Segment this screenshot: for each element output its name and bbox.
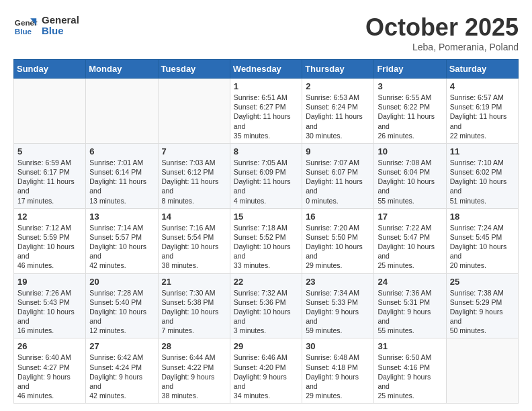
- daylight-hours-label: Daylight: 9 hours and: [306, 372, 370, 391]
- calendar-cell: 18Sunrise: 7:24 AMSunset: 5:45 PMDayligh…: [446, 208, 518, 273]
- header-row: SundayMondayTuesdayWednesdayThursdayFrid…: [14, 60, 519, 79]
- calendar-cell: 29Sunrise: 6:46 AMSunset: 4:20 PMDayligh…: [230, 338, 302, 404]
- daylight-minutes: 20 minutes.: [450, 261, 515, 270]
- day-number: 21: [162, 277, 226, 287]
- day-number: 31: [378, 341, 442, 351]
- calendar-cell: 30Sunrise: 6:48 AMSunset: 4:18 PMDayligh…: [302, 338, 374, 404]
- daylight-hours-label: Daylight: 9 hours and: [162, 372, 226, 391]
- calendar-cell: 3Sunrise: 6:55 AMSunset: 6:22 PMDaylight…: [374, 79, 446, 144]
- day-number: 20: [89, 277, 154, 287]
- col-header-tuesday: Tuesday: [158, 60, 230, 79]
- daylight-minutes: 51 minutes.: [450, 196, 515, 205]
- daylight-hours-label: Daylight: 10 hours and: [450, 242, 515, 261]
- day-number: 11: [450, 146, 515, 156]
- daylight-hours-label: Daylight: 11 hours and: [162, 177, 226, 195]
- daylight-hours-label: Daylight: 10 hours and: [378, 242, 442, 261]
- day-number: 4: [450, 81, 515, 91]
- col-header-saturday: Saturday: [446, 60, 518, 79]
- daylight-minutes: 16 minutes.: [17, 326, 82, 335]
- daylight-minutes: 55 minutes.: [378, 326, 442, 335]
- calendar-cell: 31Sunrise: 6:50 AMSunset: 4:16 PMDayligh…: [374, 338, 446, 404]
- calendar-cell: 8Sunrise: 7:05 AMSunset: 6:09 PMDaylight…: [230, 143, 302, 208]
- daylight-minutes: 0 minutes.: [306, 196, 370, 205]
- day-number: 18: [450, 212, 515, 222]
- day-number: 25: [450, 277, 515, 287]
- day-number: 9: [306, 146, 370, 156]
- day-number: 28: [162, 341, 226, 351]
- daylight-hours-label: Daylight: 10 hours and: [89, 307, 154, 326]
- calendar-week-4: 19Sunrise: 7:26 AMSunset: 5:43 PMDayligh…: [14, 273, 519, 338]
- calendar-cell: 1Sunrise: 6:51 AMSunset: 6:27 PMDaylight…: [230, 79, 302, 144]
- calendar-cell: 15Sunrise: 7:18 AMSunset: 5:52 PMDayligh…: [230, 208, 302, 273]
- calendar-cell: 17Sunrise: 7:22 AMSunset: 5:47 PMDayligh…: [374, 208, 446, 273]
- daylight-hours-label: Daylight: 10 hours and: [234, 242, 298, 261]
- day-number: 17: [378, 212, 442, 222]
- daylight-minutes: 42 minutes.: [89, 261, 154, 270]
- calendar-week-3: 12Sunrise: 7:12 AMSunset: 5:59 PMDayligh…: [14, 208, 519, 273]
- logo-wordmark: General Blue: [42, 15, 79, 37]
- day-number: 13: [89, 212, 154, 222]
- daylight-minutes: 38 minutes.: [162, 261, 226, 270]
- day-number: 14: [162, 212, 226, 222]
- month-title: October 2025: [365, 13, 519, 42]
- calendar-cell: 23Sunrise: 7:34 AMSunset: 5:33 PMDayligh…: [302, 273, 374, 338]
- location: Leba, Pomerania, Poland: [365, 42, 519, 52]
- calendar-cell: 14Sunrise: 7:16 AMSunset: 5:54 PMDayligh…: [158, 208, 230, 273]
- calendar-cell: 6Sunrise: 7:01 AMSunset: 6:14 PMDaylight…: [86, 143, 158, 208]
- daylight-minutes: 12 minutes.: [89, 326, 154, 335]
- day-number: 2: [306, 81, 370, 91]
- daylight-minutes: 4 minutes.: [234, 196, 298, 205]
- day-number: 23: [306, 277, 370, 287]
- logo: General Blue General Blue: [13, 13, 79, 38]
- daylight-minutes: 46 minutes.: [17, 261, 82, 270]
- calendar-cell: 27Sunrise: 6:42 AMSunset: 4:24 PMDayligh…: [86, 338, 158, 404]
- calendar-cell: [446, 338, 518, 404]
- day-number: 12: [17, 212, 82, 222]
- daylight-minutes: 25 minutes.: [378, 261, 442, 270]
- svg-text:Blue: Blue: [15, 27, 32, 36]
- daylight-hours-label: Daylight: 10 hours and: [162, 242, 226, 261]
- daylight-hours-label: Daylight: 10 hours and: [378, 177, 442, 195]
- day-number: 30: [306, 341, 370, 351]
- daylight-hours-label: Daylight: 10 hours and: [234, 307, 298, 326]
- daylight-minutes: 50 minutes.: [450, 326, 515, 335]
- calendar-cell: 19Sunrise: 7:26 AMSunset: 5:43 PMDayligh…: [14, 273, 86, 338]
- daylight-hours-label: Daylight: 9 hours and: [378, 372, 442, 391]
- calendar-cell: 2Sunrise: 6:53 AMSunset: 6:24 PMDaylight…: [302, 79, 374, 144]
- day-number: 27: [89, 341, 154, 351]
- daylight-hours-label: Daylight: 11 hours and: [450, 111, 515, 130]
- daylight-hours-label: Daylight: 10 hours and: [89, 242, 154, 261]
- calendar-cell: 4Sunrise: 6:57 AMSunset: 6:19 PMDaylight…: [446, 79, 518, 144]
- calendar-cell: 7Sunrise: 7:03 AMSunset: 6:12 PMDaylight…: [158, 143, 230, 208]
- day-number: 26: [17, 341, 82, 351]
- daylight-hours-label: Daylight: 9 hours and: [89, 372, 154, 391]
- day-number: 6: [89, 146, 154, 156]
- calendar-cell: 12Sunrise: 7:12 AMSunset: 5:59 PMDayligh…: [14, 208, 86, 273]
- daylight-hours-label: Daylight: 11 hours and: [234, 111, 298, 130]
- day-number: 5: [17, 146, 82, 156]
- calendar-cell: 26Sunrise: 6:40 AMSunset: 4:27 PMDayligh…: [14, 338, 86, 404]
- col-header-thursday: Thursday: [302, 60, 374, 79]
- daylight-minutes: 30 minutes.: [306, 131, 370, 140]
- title-block: October 2025 Leba, Pomerania, Poland: [365, 13, 519, 52]
- daylight-minutes: 29 minutes.: [306, 391, 370, 400]
- calendar-cell: [14, 79, 86, 144]
- calendar-week-1: 1Sunrise: 6:51 AMSunset: 6:27 PMDaylight…: [14, 79, 519, 144]
- page-header: General Blue General Blue October 2025 L…: [13, 13, 519, 52]
- daylight-minutes: 55 minutes.: [378, 196, 442, 205]
- daylight-hours-label: Daylight: 9 hours and: [378, 307, 442, 326]
- day-number: 22: [234, 277, 298, 287]
- calendar-cell: 28Sunrise: 6:44 AMSunset: 4:22 PMDayligh…: [158, 338, 230, 404]
- calendar-cell: 9Sunrise: 7:07 AMSunset: 6:07 PMDaylight…: [302, 143, 374, 208]
- calendar-week-5: 26Sunrise: 6:40 AMSunset: 4:27 PMDayligh…: [14, 338, 519, 404]
- daylight-hours-label: Daylight: 11 hours and: [378, 111, 442, 130]
- daylight-hours-label: Daylight: 9 hours and: [450, 307, 515, 326]
- col-header-monday: Monday: [86, 60, 158, 79]
- calendar-week-2: 5Sunrise: 6:59 AMSunset: 6:17 PMDaylight…: [14, 143, 519, 208]
- daylight-hours-label: Daylight: 11 hours and: [89, 177, 154, 195]
- daylight-hours-label: Daylight: 11 hours and: [306, 177, 370, 195]
- daylight-hours-label: Daylight: 9 hours and: [17, 372, 82, 391]
- daylight-minutes: 22 minutes.: [450, 131, 515, 140]
- daylight-minutes: 26 minutes.: [378, 131, 442, 140]
- day-number: 19: [17, 277, 82, 287]
